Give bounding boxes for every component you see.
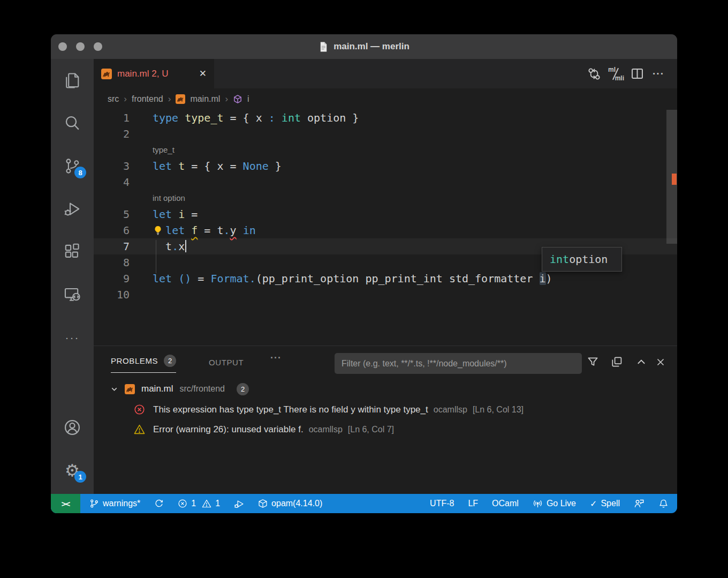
problem-position: [Ln 6, Col 13] (473, 405, 524, 415)
code-text: let t = { x = None } (153, 158, 677, 174)
opam-item[interactable]: opam(4.14.0) (258, 499, 322, 508)
problems-file-group[interactable]: main.ml src/frontend 2 (94, 379, 677, 399)
code-line[interactable]: 10 (94, 287, 677, 303)
activity-bar: 8 ··· ⚙ 1 (51, 59, 94, 494)
code-line[interactable]: 3let t = { x = None } (94, 158, 677, 174)
minimize-window-button[interactable] (76, 42, 85, 51)
code-text (153, 126, 677, 142)
tab-main-ml[interactable]: main.ml 2, U ✕ (94, 59, 214, 88)
line-number: 1 (94, 110, 153, 126)
ocaml-file-icon (176, 94, 185, 104)
status-bar: >< warnings* 1 1 (51, 494, 677, 513)
feedback-icon[interactable] (634, 498, 644, 509)
lightbulb-icon[interactable] (153, 225, 163, 236)
line-number (94, 190, 153, 206)
code-line[interactable]: 5let i = (94, 206, 677, 222)
problem-row[interactable]: This expression has type type_t There is… (94, 400, 677, 419)
eol-item[interactable]: LF (468, 499, 478, 508)
zoom-window-button[interactable] (94, 42, 102, 51)
overview-ruler-error-mark (672, 174, 677, 185)
problem-source: ocamllsp (434, 405, 467, 415)
account-icon[interactable] (63, 418, 82, 437)
language-mode-item[interactable]: OCaml (492, 499, 519, 508)
code-text: type type_t = { x : int option } (153, 110, 677, 126)
remote-indicator[interactable]: >< (51, 494, 80, 513)
vscode-window: main.ml — merlin 8 ··· (51, 34, 677, 513)
settings-gear-icon[interactable]: ⚙ 1 (63, 461, 82, 480)
encoding-item[interactable]: UTF-8 (430, 499, 454, 508)
chevron-up-icon[interactable] (635, 356, 647, 368)
editor-more-actions-icon[interactable]: ··· (650, 66, 666, 82)
split-editor-icon[interactable] (629, 66, 645, 82)
source-control-icon[interactable]: 8 (63, 156, 82, 176)
sync-icon[interactable] (154, 499, 164, 508)
problem-message: This expression has type type_t There is… (153, 404, 428, 415)
code-line[interactable]: 1type type_t = { x : int option } (94, 110, 677, 126)
code-text (153, 174, 677, 190)
tab-output[interactable]: OUTPUT (209, 358, 244, 367)
problems-filter-input[interactable]: Filter (e.g. text, **/*.ts, !**/node_mod… (335, 353, 582, 374)
activity-more-icon[interactable]: ··· (63, 328, 82, 347)
notifications-bell-icon[interactable] (658, 499, 669, 509)
line-number: 9 (94, 271, 153, 287)
git-branch-item[interactable]: warnings* (89, 499, 140, 508)
switch-ml-mli-icon[interactable]: mlmli (608, 66, 624, 82)
codelens-text: int option (153, 190, 677, 206)
close-panel-icon[interactable] (655, 356, 666, 368)
spell-item[interactable]: ✓ Spell (590, 499, 620, 509)
type-hover-tooltip: int option (542, 247, 622, 272)
window-title: main.ml — merlin (333, 41, 410, 52)
editor-actions: mlmli ··· (586, 59, 677, 88)
codelens-text: type_t (153, 142, 677, 158)
panel-more-tabs-icon[interactable]: ··· (270, 352, 282, 364)
explorer-icon[interactable] (63, 71, 82, 90)
open-changes-icon[interactable] (586, 66, 602, 82)
debug-status-icon[interactable] (234, 499, 244, 509)
problems-panel: PROBLEMS 2 OUTPUT ··· Filter (e.g. text,… (94, 346, 677, 494)
tab-label: main.ml 2, U (117, 69, 168, 79)
search-icon[interactable] (63, 114, 82, 133)
group-by-icon[interactable] (611, 356, 623, 368)
line-number: 4 (94, 174, 153, 190)
tab-problems[interactable]: PROBLEMS 2 (111, 355, 176, 373)
codelens-hint-row[interactable]: int option (94, 190, 677, 206)
breadcrumb-symbol[interactable]: i (247, 94, 249, 104)
breadcrumb-src[interactable]: src (108, 94, 119, 104)
code-text: let i = (153, 206, 677, 222)
line-number: 3 (94, 158, 153, 174)
ocaml-file-icon (101, 69, 112, 79)
problem-source: ocamllsp (309, 425, 343, 434)
code-line[interactable]: 2 (94, 126, 677, 142)
line-number: 10 (94, 287, 153, 303)
tab-bar: main.ml 2, U ✕ mlmli ··· (94, 59, 677, 88)
breadcrumb-file[interactable]: main.ml (190, 94, 220, 104)
tab-close-icon[interactable]: ✕ (199, 68, 207, 79)
chevron-down-icon[interactable] (110, 385, 119, 394)
code-line[interactable]: 6 let f = t.y in (94, 222, 677, 238)
run-debug-icon[interactable] (63, 199, 82, 219)
problem-row[interactable]: Error (warning 26): unused variable f.oc… (94, 419, 677, 439)
codelens-hint-row[interactable]: type_t (94, 142, 677, 158)
remote-explorer-icon[interactable] (63, 285, 82, 304)
breadcrumb: src › frontend › main.ml › i (94, 88, 677, 110)
code-line[interactable]: 9let () = Format.(pp_print_option pp_pri… (94, 271, 677, 287)
problems-summary[interactable]: 1 1 (178, 499, 220, 508)
error-icon (134, 404, 145, 415)
titlebar: main.ml — merlin (51, 34, 677, 59)
extensions-icon[interactable] (63, 242, 82, 261)
go-live-item[interactable]: Go Live (533, 499, 576, 509)
text-cursor (185, 240, 186, 252)
close-window-button[interactable] (58, 42, 67, 51)
panel-header: PROBLEMS 2 OUTPUT ··· Filter (e.g. text,… (94, 346, 677, 377)
filter-icon[interactable] (587, 356, 599, 368)
line-number: 2 (94, 126, 153, 142)
document-icon (318, 41, 329, 52)
code-line[interactable]: 4 (94, 174, 677, 190)
breadcrumb-frontend[interactable]: frontend (132, 94, 163, 104)
warning-icon (134, 424, 145, 435)
file-name: main.ml (141, 384, 173, 394)
code-lines: 1type type_t = { x : int option }2type_t… (94, 110, 677, 303)
code-editor[interactable]: 1type type_t = { x : int option }2type_t… (94, 110, 677, 346)
source-control-badge: 8 (74, 167, 86, 178)
line-number: 8 (94, 254, 153, 271)
